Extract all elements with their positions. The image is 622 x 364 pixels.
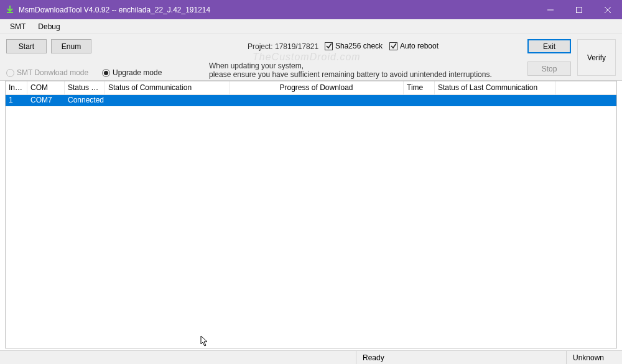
col-time[interactable]: Time — [404, 81, 435, 94]
menu-debug[interactable]: Debug — [32, 20, 66, 33]
menubar: SMT Debug — [0, 19, 622, 34]
cell-status-of: Connected — [65, 95, 105, 106]
verify-button[interactable]: Verify — [577, 39, 616, 76]
app-icon — [5, 5, 15, 15]
smt-download-mode-label: SMT Donwload mode — [17, 68, 88, 77]
table-header: Index COM Status of… Status of Communica… — [6, 81, 616, 95]
upgrade-mode-radio[interactable]: Upgrade mode — [102, 68, 162, 77]
col-index[interactable]: Index — [6, 81, 27, 94]
col-progress[interactable]: Progress of Download — [230, 81, 404, 94]
col-status-comm[interactable]: Status of Communication — [105, 81, 230, 94]
sha256-label: Sha256 check — [335, 42, 383, 50]
exit-button[interactable]: Exit — [527, 39, 571, 53]
project-label: Project: — [248, 42, 273, 51]
titlebar: MsmDownloadTool V4.0.92 -- enchilada_22_… — [0, 0, 622, 19]
status-ready: Ready — [356, 351, 566, 364]
smt-download-mode-radio: SMT Donwload mode — [6, 68, 88, 77]
info-line1: When updating your system, — [209, 61, 304, 70]
enum-button[interactable]: Enum — [51, 39, 91, 53]
autoreboot-checkbox[interactable]: Auto reboot — [389, 42, 439, 50]
status-unknown: Unknown — [566, 351, 622, 364]
cell-com: COM7 — [27, 95, 65, 106]
stop-button: Stop — [527, 61, 571, 76]
cell-progress — [230, 95, 404, 106]
cell-status-last — [435, 95, 556, 106]
cell-index: 1 — [6, 95, 27, 106]
col-status-of[interactable]: Status of… — [65, 81, 105, 94]
minimize-button[interactable] — [536, 0, 565, 19]
project-value: 17819/17821 — [275, 42, 318, 51]
device-table: Index COM Status of… Status of Communica… — [5, 81, 617, 348]
statusbar: Ready Unknown — [0, 350, 622, 364]
col-status-last[interactable]: Status of Last Communication — [435, 81, 556, 94]
col-com[interactable]: COM — [27, 81, 65, 94]
info-line2: please ensure you have sufficient remain… — [209, 70, 492, 79]
upgrade-mode-label: Upgrade mode — [113, 68, 162, 77]
autoreboot-label: Auto reboot — [400, 42, 439, 50]
svg-rect-1 — [577, 7, 582, 12]
window-buttons — [536, 0, 622, 19]
toolbar: Start Enum Project: 17819/17821 Sha256 c… — [0, 34, 622, 81]
start-button[interactable]: Start — [6, 39, 47, 53]
menu-smt[interactable]: SMT — [4, 20, 32, 33]
sha256-checkbox[interactable]: Sha256 check — [325, 42, 383, 50]
table-body[interactable]: 1 COM7 Connected — [6, 95, 616, 348]
cell-time — [404, 95, 435, 106]
cell-status-comm — [105, 95, 230, 106]
table-row[interactable]: 1 COM7 Connected — [6, 95, 616, 106]
close-button[interactable] — [593, 0, 622, 19]
cursor-icon — [200, 335, 210, 348]
window-title: MsmDownloadTool V4.0.92 -- enchilada_22_… — [19, 6, 536, 14]
maximize-button[interactable] — [565, 0, 593, 19]
